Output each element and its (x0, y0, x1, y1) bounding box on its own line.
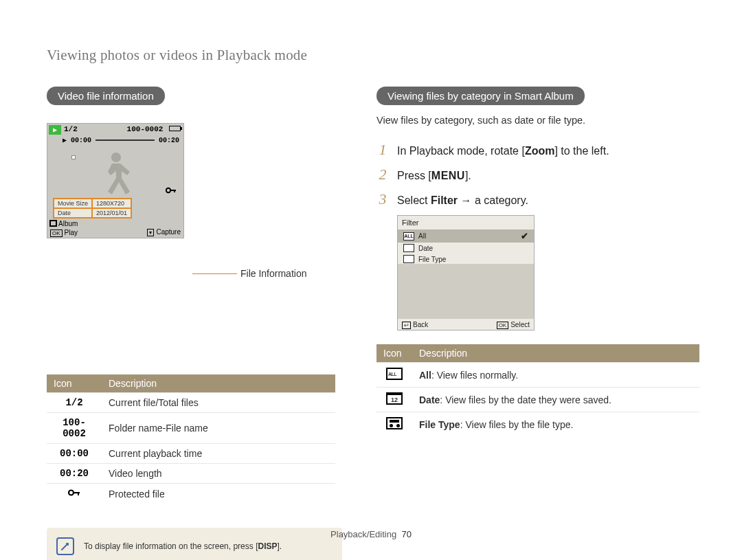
all-icon: ALL (403, 232, 414, 240)
lcd-capture-label: ▾Capture (147, 228, 181, 236)
play-icon: ▶ (49, 125, 61, 135)
th-icon: Icon (376, 344, 412, 363)
svg-point-0 (166, 188, 170, 192)
table-row: All: View files normally. (376, 363, 699, 388)
steps-list: 1 In Playback mode, rotate [Zoom] to the… (376, 141, 699, 208)
check-icon: ✔ (521, 231, 528, 241)
table-row: 00:20Video length (47, 464, 335, 484)
lcd-folder-file: 100-0002 (127, 125, 181, 133)
th-desc: Description (102, 374, 335, 393)
filter-item-all: ALL All ✔ (398, 229, 534, 243)
dancer-silhouette-icon (89, 148, 144, 201)
table-row: 100-0002Folder name-File name (47, 413, 335, 444)
all-icon (386, 368, 403, 380)
table-row: 1/2Current file/Total files (47, 393, 335, 413)
table-row: Protected file (47, 484, 335, 505)
right-section-heading: Viewing files by category in Smart Album (376, 87, 585, 105)
svg-rect-5 (78, 492, 79, 495)
callout-label: File Information (240, 268, 306, 279)
filetype-icon (386, 417, 403, 429)
lcd-file-counter: 1/2 (64, 125, 78, 133)
left-section-heading: Video file information (47, 87, 165, 105)
step-2: 2 Press [MENU]. (376, 166, 699, 183)
key-icon (68, 488, 80, 500)
svg-rect-2 (174, 190, 175, 192)
filter-title: Filter (402, 219, 418, 227)
svg-point-3 (69, 491, 74, 495)
table-row: Date: View files by the date they were s… (376, 388, 699, 412)
file-info-box: Movie Size1280X720 Date2012/01/01 (53, 198, 132, 219)
back-label: ↩Back (402, 321, 428, 328)
step-1: 1 In Playback mode, rotate [Zoom] to the… (376, 141, 699, 159)
lcd-album: Album (50, 220, 78, 227)
lcd-play-label: OKPlay (50, 229, 78, 236)
date-icon (386, 392, 403, 405)
right-caption: View files by category, such as date or … (376, 115, 699, 126)
note-icon (56, 537, 74, 555)
th-desc: Description (412, 344, 699, 363)
select-label: OKSelect (497, 321, 530, 328)
filter-list: ALL All ✔ Date File Type (398, 229, 534, 265)
battery-icon (169, 126, 181, 131)
filter-lcd: Filter ALL All ✔ Date File Type ↩Back OK… (397, 215, 535, 331)
filetype-icon (403, 255, 414, 263)
table-row: 00:00Current playback time (47, 444, 335, 464)
lcd-timeline: ▶ 00:00 00:20 (63, 136, 179, 144)
callout-line (192, 273, 237, 274)
page-footer: Playback/Editing 70 (0, 529, 742, 539)
filter-item-date: Date (398, 243, 534, 254)
step-3: 3 Select Filter → a category. (376, 190, 699, 208)
th-icon: Icon (47, 374, 102, 393)
icon-description-table-right: Icon Description All: View files normall… (376, 344, 699, 436)
decorative-dot (71, 155, 76, 159)
table-row: File Type: View files by the file type. (376, 412, 699, 437)
page-title: Viewing photos or videos in Playback mod… (47, 47, 307, 64)
video-lcd: ▶ 1/2 100-0002 ▶ 00:00 00:20 Movie Size1… (47, 123, 184, 238)
left-column: Video file information ▶ 1/2 100-0002 ▶ … (47, 87, 349, 560)
lock-icon (166, 186, 177, 197)
icon-description-table-left: Icon Description 1/2Current file/Total f… (47, 374, 335, 504)
note-text: To display file information on the scree… (84, 541, 282, 551)
filter-item-filetype: File Type (398, 254, 534, 265)
date-icon (403, 244, 414, 252)
right-column: Viewing files by category in Smart Album… (376, 87, 699, 436)
